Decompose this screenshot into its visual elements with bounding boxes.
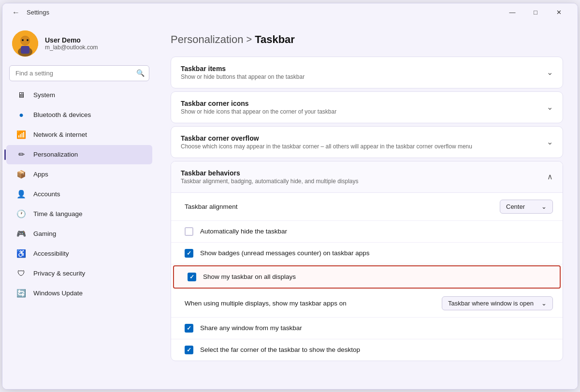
- svg-point-6: [27, 39, 29, 41]
- sidebar-item-label: Personalization: [33, 151, 78, 158]
- apps-icon: 📦: [16, 169, 27, 180]
- alignment-row: Taskbar alignment Center ⌄: [171, 193, 563, 221]
- auto-hide-label: Automatically hide the taskbar: [200, 228, 553, 235]
- bluetooth-icon: ●: [16, 110, 27, 120]
- multi-display-label: When using multiple displays, show my ta…: [185, 300, 435, 307]
- show-badges-checkbox[interactable]: [185, 249, 193, 258]
- sidebar-item-gaming[interactable]: 🎮 Gaming: [6, 224, 152, 244]
- sidebar-item-update[interactable]: 🔄 Windows Update: [6, 284, 152, 303]
- show-badges-label: Show badges (unread messages counter) on…: [200, 249, 553, 257]
- gaming-icon: 🎮: [16, 229, 27, 239]
- search-input[interactable]: [9, 65, 149, 81]
- share-window-row[interactable]: Share any window from my taskbar: [171, 318, 563, 339]
- svg-point-5: [22, 39, 24, 41]
- sidebar-item-label: Bluetooth & devices: [33, 111, 91, 118]
- show-badges-row[interactable]: Show badges (unread messages counter) on…: [171, 243, 563, 264]
- titlebar: ← Settings — □ ✕: [2, 3, 578, 22]
- sidebar-item-apps[interactable]: 📦 Apps: [6, 165, 152, 184]
- avatar: [12, 30, 38, 57]
- breadcrumb-parent[interactable]: Personalization: [171, 33, 243, 46]
- taskbar-behaviors-section: Taskbar behaviors Taskbar alignment, bad…: [171, 161, 563, 361]
- sidebar-item-label: Windows Update: [33, 290, 83, 297]
- taskbar-corner-overflow-header[interactable]: Taskbar corner overflow Choose which ico…: [171, 127, 563, 158]
- update-icon: 🔄: [16, 288, 27, 299]
- sidebar-item-time[interactable]: 🕐 Time & language: [6, 204, 152, 224]
- privacy-icon: 🛡: [16, 268, 27, 279]
- settings-window: ← Settings — □ ✕: [2, 3, 578, 390]
- sidebar-item-bluetooth[interactable]: ● Bluetooth & devices: [6, 105, 152, 125]
- user-email: m_lab@outlook.com: [45, 44, 98, 51]
- search-icon[interactable]: 🔍: [136, 69, 145, 77]
- personalization-icon: ✏: [16, 149, 27, 160]
- auto-hide-checkbox[interactable]: [185, 227, 193, 236]
- close-button[interactable]: ✕: [548, 5, 570, 20]
- taskbar-items-section: Taskbar items Show or hide buttons that …: [171, 57, 563, 88]
- sidebar-item-label: Gaming: [33, 230, 56, 237]
- alignment-label: Taskbar alignment: [185, 203, 500, 210]
- alignment-value: Center: [506, 203, 525, 210]
- taskbar-corner-overflow-section: Taskbar corner overflow Choose which ico…: [171, 126, 563, 158]
- main-content: User Demo m_lab@outlook.com 🔍 🖥 System ●…: [2, 22, 578, 389]
- alignment-select[interactable]: Center ⌄: [500, 200, 553, 214]
- window-controls: — □ ✕: [501, 5, 570, 20]
- section-subtitle: Choose which icons may appear in the tas…: [181, 143, 472, 150]
- sidebar-item-label: Apps: [33, 171, 48, 178]
- section-title: Taskbar items: [181, 65, 304, 73]
- sidebar-item-label: Privacy & security: [33, 270, 85, 277]
- sidebar-item-label: Time & language: [33, 210, 83, 218]
- chevron-down-icon: ⌄: [547, 102, 553, 112]
- time-icon: 🕐: [16, 209, 27, 219]
- minimize-button[interactable]: —: [501, 5, 523, 20]
- sidebar-item-accounts[interactable]: 👤 Accounts: [6, 185, 152, 204]
- behaviors-body: Taskbar alignment Center ⌄ Automatically…: [171, 192, 563, 361]
- show-all-displays-row[interactable]: Show my taskbar on all displays: [173, 265, 561, 289]
- user-profile: User Demo m_lab@outlook.com: [2, 22, 156, 65]
- user-info: User Demo m_lab@outlook.com: [45, 36, 98, 51]
- search-box: 🔍: [9, 65, 149, 81]
- system-icon: 🖥: [16, 90, 27, 101]
- navigation: 🖥 System ● Bluetooth & devices 📶 Network…: [2, 85, 156, 381]
- breadcrumb: Personalization > Taskbar: [171, 33, 563, 46]
- select-far-corner-row[interactable]: Select the far corner of the taskbar to …: [171, 339, 563, 361]
- section-subtitle: Taskbar alignment, badging, automaticall…: [181, 178, 359, 185]
- section-title: Taskbar corner overflow: [181, 134, 472, 142]
- sidebar-item-label: Network & internet: [33, 131, 87, 138]
- share-window-label: Share any window from my taskbar: [200, 324, 553, 332]
- section-subtitle: Show or hide icons that appear on the co…: [181, 108, 336, 115]
- sidebar: User Demo m_lab@outlook.com 🔍 🖥 System ●…: [2, 22, 156, 389]
- section-title: Taskbar behaviors: [181, 169, 359, 177]
- chevron-up-icon: ∧: [547, 172, 553, 181]
- select-far-corner-label: Select the far corner of the taskbar to …: [200, 346, 553, 353]
- alignment-chevron-icon: ⌄: [541, 203, 547, 210]
- sidebar-item-network[interactable]: 📶 Network & internet: [6, 125, 152, 145]
- sidebar-item-personalization[interactable]: ✏ Personalization: [6, 145, 152, 164]
- sidebar-item-label: Accounts: [33, 190, 60, 198]
- window-title: Settings: [27, 9, 49, 16]
- show-all-displays-checkbox[interactable]: [188, 273, 196, 281]
- taskbar-corner-icons-section: Taskbar corner icons Show or hide icons …: [171, 91, 563, 123]
- accessibility-icon: ♿: [16, 248, 27, 259]
- accounts-icon: 👤: [16, 189, 27, 200]
- share-window-checkbox[interactable]: [185, 324, 193, 333]
- sidebar-item-accessibility[interactable]: ♿ Accessibility: [6, 244, 152, 263]
- taskbar-corner-icons-header[interactable]: Taskbar corner icons Show or hide icons …: [171, 92, 563, 123]
- taskbar-behaviors-header[interactable]: Taskbar behaviors Taskbar alignment, bad…: [171, 161, 563, 192]
- multi-display-value: Taskbar where window is open: [448, 300, 534, 307]
- sidebar-item-system[interactable]: 🖥 System: [6, 86, 152, 105]
- show-all-displays-label: Show my taskbar on all displays: [203, 273, 550, 280]
- network-icon: 📶: [16, 130, 27, 140]
- auto-hide-row[interactable]: Automatically hide the taskbar: [171, 221, 563, 243]
- multi-display-chevron-icon: ⌄: [541, 300, 547, 307]
- back-button[interactable]: ←: [10, 6, 22, 19]
- multi-display-select[interactable]: Taskbar where window is open ⌄: [442, 296, 553, 310]
- chevron-down-icon: ⌄: [547, 68, 553, 77]
- section-title: Taskbar corner icons: [181, 100, 336, 107]
- breadcrumb-current: Taskbar: [255, 33, 295, 46]
- section-subtitle: Show or hide buttons that appear on the …: [181, 73, 304, 80]
- sidebar-item-privacy[interactable]: 🛡 Privacy & security: [6, 264, 152, 283]
- user-name: User Demo: [45, 36, 98, 44]
- taskbar-items-header[interactable]: Taskbar items Show or hide buttons that …: [171, 57, 563, 88]
- maximize-button[interactable]: □: [524, 5, 547, 20]
- sidebar-item-label: System: [33, 91, 55, 99]
- select-far-corner-checkbox[interactable]: [185, 346, 193, 354]
